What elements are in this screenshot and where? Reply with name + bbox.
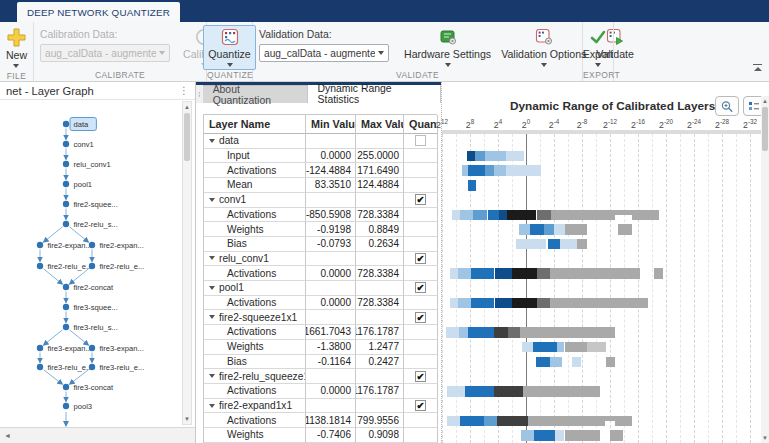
quantize-checkbox[interactable]: ✔: [415, 400, 426, 411]
tab-dynamic-range-statistics[interactable]: Dynamic Range Statistics: [308, 85, 441, 103]
expand-collapse-icon[interactable]: [209, 374, 215, 378]
quantize-button[interactable]: Quantize: [203, 25, 255, 70]
table-row[interactable]: fire2-relu_squeeze1x1✔: [203, 369, 437, 384]
table-row[interactable]: Activations0.0000728.3384: [203, 296, 437, 311]
graph-node-label[interactable]: pool3: [74, 402, 93, 411]
graph-node-label[interactable]: fire3-relu_s...: [74, 323, 118, 332]
graph-horizontal-scrollbar[interactable]: ◄: [0, 427, 195, 443]
table-row[interactable]: pool1✔: [203, 281, 437, 296]
graph-node[interactable]: [63, 201, 69, 207]
table-row[interactable]: Bias-0.11640.2427: [203, 355, 437, 370]
scroll-down-icon[interactable]: ▼: [761, 433, 769, 443]
graph-node[interactable]: [37, 242, 43, 248]
column-header[interactable]: Max Value: [356, 115, 404, 134]
export-dropdown-caret[interactable]: [595, 63, 601, 67]
graph-node-label[interactable]: fire3-squee...: [74, 303, 118, 312]
collapse-toolstrip-icon[interactable]: [752, 64, 763, 73]
kebab-menu-icon[interactable]: ⋮: [179, 86, 189, 96]
graph-node-label[interactable]: fire2-expan...: [100, 241, 144, 250]
export-button[interactable]: Export: [578, 25, 619, 70]
graph-vertical-scrollbar[interactable]: ▲ ▼: [182, 101, 192, 425]
graph-node[interactable]: [37, 345, 43, 351]
hardware-settings-caret[interactable]: [445, 63, 451, 67]
graph-node-label[interactable]: fire2-concat: [74, 283, 115, 292]
table-row[interactable]: Input0.0000255.0000: [203, 149, 437, 164]
quantize-checkbox[interactable]: ✔: [415, 253, 426, 264]
app-tab[interactable]: DEEP NETWORK QUANTIZER: [17, 2, 180, 22]
expand-collapse-icon[interactable]: [209, 286, 215, 290]
table-row[interactable]: data: [203, 134, 437, 149]
table-row[interactable]: Activations-124.4884171.6490: [203, 163, 437, 178]
scroll-up-icon[interactable]: ▲: [183, 102, 191, 112]
graph-node[interactable]: [89, 345, 95, 351]
expand-collapse-icon[interactable]: [209, 315, 215, 319]
quantize-checkbox[interactable]: [415, 135, 426, 146]
scrollbar-thumb[interactable]: [184, 113, 190, 161]
scroll-up-icon[interactable]: ▲: [761, 96, 769, 106]
graph-node-label[interactable]: fire2-relu_e...: [48, 262, 93, 271]
table-row[interactable]: Weights-1.38001.2477: [203, 340, 437, 355]
new-dropdown-caret[interactable]: [13, 64, 19, 68]
validation-options-caret[interactable]: [541, 63, 547, 67]
column-header[interactable]: Layer Name: [204, 115, 306, 134]
quantize-checkbox[interactable]: ✔: [415, 194, 426, 205]
graph-node-label[interactable]: fire3-expan...: [48, 344, 92, 353]
expand-collapse-icon[interactable]: [209, 139, 215, 143]
graph-node-label[interactable]: fire2-relu_s...: [74, 220, 118, 229]
table-row[interactable]: fire2-expand1x1✔: [203, 399, 437, 414]
table-row[interactable]: Bias-0.07930.2634: [203, 237, 437, 252]
table-row[interactable]: Activations0.00001176.1787: [203, 384, 437, 399]
validation-data-dropdown[interactable]: aug_calData - augmentedIma...: [259, 44, 389, 62]
chart-vertical-scrollbar[interactable]: ▲ ▼: [761, 96, 769, 443]
graph-node-label[interactable]: conv1: [74, 140, 94, 149]
graph-node-label[interactable]: pool1: [74, 180, 93, 189]
graph-node[interactable]: [63, 181, 69, 187]
graph-node[interactable]: [63, 403, 69, 409]
graph-node[interactable]: [63, 121, 69, 127]
graph-node[interactable]: [63, 384, 69, 390]
expand-collapse-icon[interactable]: [209, 198, 215, 202]
table-row[interactable]: conv1✔: [203, 193, 437, 208]
graph-node-label[interactable]: fire3-relu_e...: [48, 363, 93, 372]
table-row[interactable]: fire2-squeeze1x1✔: [203, 310, 437, 325]
graph-node-label[interactable]: fire3-expan...: [100, 344, 144, 353]
scrollbar-thumb[interactable]: [762, 107, 768, 151]
graph-node[interactable]: [89, 263, 95, 269]
graph-node[interactable]: [89, 364, 95, 370]
quantize-checkbox[interactable]: ✔: [415, 371, 426, 382]
graph-node[interactable]: [63, 284, 69, 290]
graph-node[interactable]: [63, 141, 69, 147]
quantize-checkbox[interactable]: ✔: [415, 312, 426, 323]
column-header[interactable]: Min Value: [306, 115, 356, 134]
hardware-settings-button[interactable]: Hardware Settings: [399, 25, 496, 70]
table-row[interactable]: Mean83.3510124.4884: [203, 178, 437, 193]
graph-node-label[interactable]: fire2-relu_e...: [100, 262, 145, 271]
graph-node[interactable]: [37, 364, 43, 370]
table-row[interactable]: Activations-1661.70431176.1787: [203, 325, 437, 340]
graph-node[interactable]: [63, 221, 69, 227]
graph-node[interactable]: [63, 324, 69, 330]
graph-node[interactable]: [89, 242, 95, 248]
quantize-dropdown-caret[interactable]: [227, 63, 233, 67]
zoom-button[interactable]: [715, 96, 739, 116]
graph-node[interactable]: [37, 263, 43, 269]
scroll-down-icon[interactable]: ▼: [183, 414, 191, 424]
column-header[interactable]: Quantize: [404, 115, 438, 134]
graph-node-label[interactable]: fire3-relu_e...: [100, 363, 145, 372]
tab-about-quantization[interactable]: About Quantization: [203, 85, 308, 103]
graph-node[interactable]: [63, 161, 69, 167]
table-row[interactable]: Activations0.0000728.3384: [203, 266, 437, 281]
calibration-data-dropdown[interactable]: aug_calData - augmentedIma...: [40, 44, 170, 62]
expand-collapse-icon[interactable]: [209, 404, 215, 408]
table-row[interactable]: Weights-0.91980.8849: [203, 222, 437, 237]
table-row[interactable]: Activations-850.5908728.3384: [203, 208, 437, 223]
graph-node-label[interactable]: fire2-squee...: [74, 200, 118, 209]
tab-grip-icon[interactable]: ⁞: [196, 85, 203, 103]
graph-node-label[interactable]: fire2-expan...: [48, 241, 92, 250]
table-row[interactable]: relu_conv1✔: [203, 252, 437, 267]
expand-collapse-icon[interactable]: [209, 256, 215, 260]
quantize-checkbox[interactable]: ✔: [415, 282, 426, 293]
scroll-left-icon[interactable]: ◄: [4, 432, 11, 439]
table-row[interactable]: Weights-0.74060.9098: [203, 428, 437, 443]
table-row[interactable]: Activations-1138.1814799.9556: [203, 413, 437, 428]
